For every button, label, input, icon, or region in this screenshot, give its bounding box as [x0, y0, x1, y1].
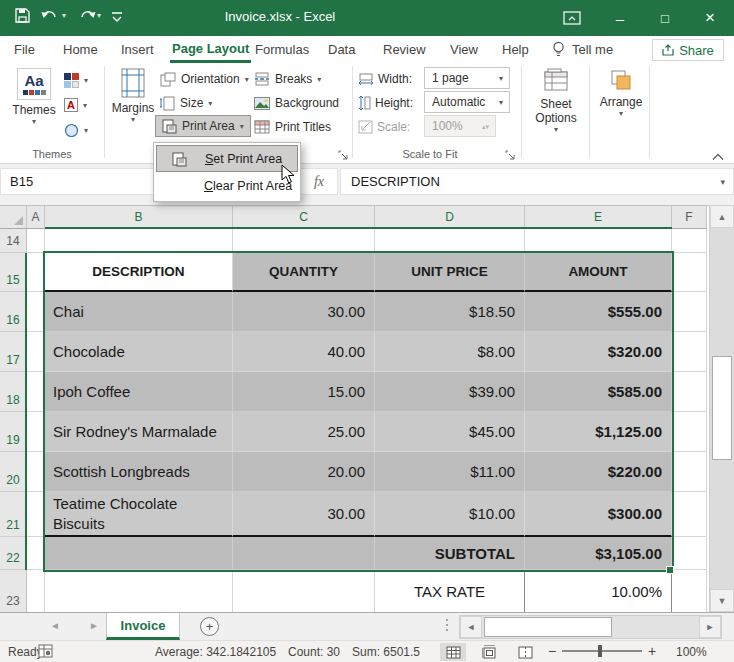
cell-C15[interactable]: QUANTITY [233, 253, 375, 292]
row-header-20[interactable]: 20 [0, 452, 27, 492]
cell-B21[interactable]: Teatime Chocolate Biscuits [45, 492, 233, 537]
column-header-d[interactable]: D [375, 206, 525, 229]
cell-F16[interactable] [672, 292, 707, 332]
cell-D18[interactable]: $39.00 [375, 372, 525, 412]
cell-D14[interactable] [375, 229, 525, 253]
zoom-slider-thumb[interactable] [598, 645, 602, 657]
status-count[interactable]: Count: 30 [288, 645, 340, 659]
select-all-button[interactable] [0, 206, 27, 229]
cell-C19[interactable]: 25.00 [233, 412, 375, 452]
page-setup-dialog-launcher-icon[interactable] [338, 147, 351, 160]
sheet-nav-right-icon[interactable]: ► [89, 620, 99, 631]
row-header-18[interactable]: 18 [0, 372, 27, 412]
page-layout-view-icon[interactable] [476, 643, 502, 661]
normal-view-icon[interactable] [440, 643, 466, 661]
cell-A18[interactable] [27, 372, 45, 412]
cell-E21[interactable]: $300.00 [525, 492, 672, 537]
collapse-ribbon-button[interactable] [712, 147, 724, 165]
cell-F21[interactable] [672, 492, 707, 537]
row-header-22[interactable]: 22 [0, 537, 27, 570]
tab-view[interactable]: View [448, 36, 480, 63]
theme-fonts-button[interactable]: A ▾ [64, 94, 87, 116]
cell-A17[interactable] [27, 332, 45, 372]
cell-B15-active[interactable]: DESCRIPTION [45, 253, 233, 292]
undo-chevron-icon[interactable]: ▾ [62, 11, 66, 20]
row-header-19[interactable]: 19 [0, 412, 27, 452]
row-header-21[interactable]: 21 [0, 492, 27, 537]
new-sheet-button[interactable]: + [200, 617, 219, 636]
vertical-scrollbar-thumb[interactable] [712, 356, 732, 460]
sheet-tab-invoice[interactable]: Invoice [106, 613, 180, 640]
cell-A20[interactable] [27, 452, 45, 492]
tab-insert[interactable]: Insert [119, 36, 156, 63]
expand-formula-bar-icon[interactable]: ▾ [720, 177, 725, 187]
cell-C16[interactable]: 30.00 [233, 292, 375, 332]
redo-chevron-icon[interactable]: ▾ [97, 11, 101, 20]
cell-F14[interactable] [672, 229, 707, 253]
cell-C22[interactable] [233, 537, 375, 570]
cell-A15[interactable] [27, 253, 45, 292]
tab-help[interactable]: Help [500, 36, 531, 63]
scroll-up-icon[interactable]: ▲ [710, 205, 734, 228]
zoom-out-button[interactable]: − [548, 643, 556, 659]
cell-E20[interactable]: $220.00 [525, 452, 672, 492]
cell-D16[interactable]: $18.50 [375, 292, 525, 332]
maximize-button[interactable]: □ [643, 0, 687, 36]
horizontal-scrollbar-thumb[interactable] [484, 617, 612, 637]
cell-B17[interactable]: Chocolade [45, 332, 233, 372]
themes-button[interactable]: Aa Themes ▾ [10, 68, 58, 126]
size-button[interactable]: Size ▾ [160, 92, 212, 114]
orientation-button[interactable]: Orientation ▾ [160, 68, 249, 90]
customize-qat-icon[interactable] [111, 9, 123, 23]
sheet-options-button[interactable]: Sheet Options ▾ [527, 68, 585, 134]
row-header-15[interactable]: 15 [0, 253, 27, 292]
breaks-button[interactable]: Breaks ▾ [254, 68, 321, 90]
cell-E18[interactable]: $585.00 [525, 372, 672, 412]
cell-B19[interactable]: Sir Rodney's Marmalade [45, 412, 233, 452]
fill-handle[interactable] [666, 566, 674, 574]
tell-me-box[interactable]: Tell me [552, 36, 613, 63]
tab-splitter-dots[interactable] [446, 619, 448, 631]
formula-input[interactable]: DESCRIPTION ▾ [340, 168, 734, 195]
redo-button[interactable]: ▾ [76, 9, 101, 23]
margins-button[interactable]: Margins ▾ [110, 68, 156, 124]
column-header-c[interactable]: C [233, 206, 375, 229]
cell-E23[interactable]: 10.00% [525, 570, 672, 613]
cell-D20[interactable]: $11.00 [375, 452, 525, 492]
column-header-e[interactable]: E [525, 206, 672, 229]
cell-D17[interactable]: $8.00 [375, 332, 525, 372]
cell-A22[interactable] [27, 537, 45, 570]
cell-A16[interactable] [27, 292, 45, 332]
cell-A14[interactable] [27, 229, 45, 253]
cell-D23[interactable]: TAX RATE [375, 570, 525, 613]
cell-B22[interactable] [45, 537, 233, 570]
cell-B20[interactable]: Scottish Longbreads [45, 452, 233, 492]
scroll-left-icon[interactable]: ◄ [460, 616, 482, 638]
cell-F19[interactable] [672, 412, 707, 452]
cell-F20[interactable] [672, 452, 707, 492]
scroll-down-icon[interactable]: ▼ [710, 589, 734, 612]
cell-C17[interactable]: 40.00 [233, 332, 375, 372]
zoom-level[interactable]: 100% [676, 645, 707, 659]
cell-A21[interactable] [27, 492, 45, 537]
theme-effects-button[interactable]: ▾ [64, 119, 88, 141]
cell-A19[interactable] [27, 412, 45, 452]
status-average[interactable]: Average: 342.1842105 [155, 645, 276, 659]
scale-to-fit-dialog-launcher-icon[interactable] [505, 147, 518, 160]
cell-B18[interactable]: Ipoh Coffee [45, 372, 233, 412]
cell-B23[interactable] [45, 570, 233, 613]
undo-button[interactable]: ▾ [41, 9, 66, 23]
cell-F17[interactable] [672, 332, 707, 372]
cell-B14[interactable] [45, 229, 233, 253]
insert-function-button[interactable]: fx [300, 168, 338, 195]
scroll-right-icon[interactable]: ► [699, 616, 721, 638]
arrange-button[interactable]: Arrange ▾ [596, 68, 646, 118]
background-button[interactable]: Background [254, 92, 339, 114]
cell-E19[interactable]: $1,125.00 [525, 412, 672, 452]
page-break-preview-icon[interactable] [512, 643, 538, 661]
menu-item-clear-print-area[interactable]: Clear Print Area [156, 172, 298, 199]
row-header-17[interactable]: 17 [0, 332, 27, 372]
cell-C20[interactable]: 20.00 [233, 452, 375, 492]
cell-C23[interactable] [233, 570, 375, 613]
sheet-nav-left-icon[interactable]: ◄ [50, 620, 60, 631]
